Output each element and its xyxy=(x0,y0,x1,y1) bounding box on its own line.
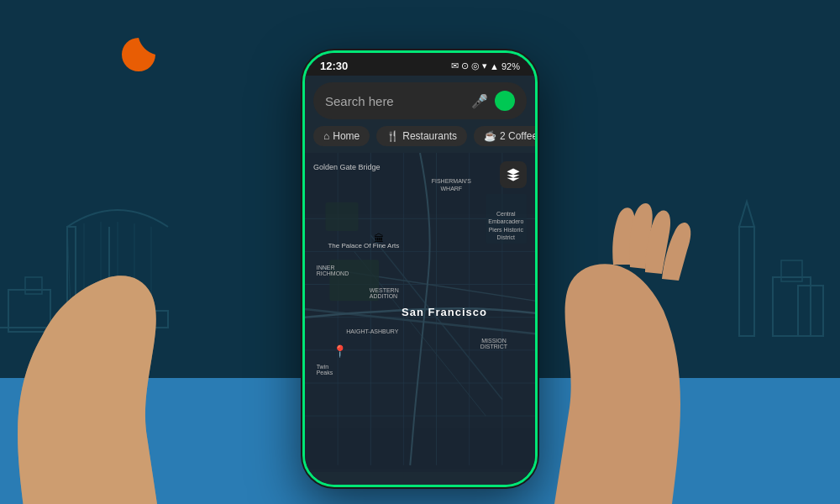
signal-icon: ▲ xyxy=(490,61,499,71)
chip-home[interactable]: ⌂ Home xyxy=(313,126,370,146)
museum-icon: 🏛 xyxy=(374,233,384,244)
coffee-icon: ☕ xyxy=(484,130,496,142)
chip-restaurants-label: Restaurants xyxy=(402,130,457,142)
svg-rect-2 xyxy=(739,227,754,336)
home-icon: ⌂ xyxy=(323,130,329,142)
fork-icon: 🍴 xyxy=(386,130,399,142)
moon-icon xyxy=(109,25,168,84)
map-view[interactable]: Golden Gate Bridge The Palace Of Fine Ar… xyxy=(305,153,535,472)
phone-body: 12:30 ✉ ⊙ ◎ ▾ ▲ 92% Search here 🎤 xyxy=(302,50,538,487)
search-placeholder: Search here xyxy=(325,94,465,108)
location-pin: 📍 xyxy=(333,344,347,358)
map-label-palace: The Palace Of Fine Arts xyxy=(328,242,399,250)
map-canvas: Golden Gate Bridge The Palace Of Fine Ar… xyxy=(305,153,535,472)
hand-left xyxy=(0,101,227,504)
svg-marker-3 xyxy=(739,202,754,227)
chip-restaurants[interactable]: 🍴 Restaurants xyxy=(376,126,467,146)
hand-right xyxy=(504,118,739,504)
battery-text: 92% xyxy=(501,61,520,71)
category-chips-row: ⌂ Home 🍴 Restaurants ☕ 2 Coffee 🍸 B... xyxy=(305,126,535,153)
vpn-icon: ◎ xyxy=(471,60,480,71)
search-bar[interactable]: Search here 🎤 xyxy=(313,82,527,119)
map-label-san-francisco: San Francisco xyxy=(402,306,487,318)
phone-device: 12:30 ✉ ⊙ ◎ ▾ ▲ 92% Search here 🎤 xyxy=(302,50,538,487)
wifi-icon: ▾ xyxy=(482,60,487,71)
map-label-golden-gate: Golden Gate Bridge xyxy=(313,163,381,171)
status-icons: ✉ ⊙ ◎ ▾ ▲ 92% xyxy=(451,60,520,71)
svg-rect-5 xyxy=(781,260,802,281)
map-label-western-addition: WESTERNADDITION xyxy=(370,287,399,299)
profile-avatar[interactable] xyxy=(495,91,515,111)
status-time: 12:30 xyxy=(320,60,348,72)
svg-rect-25 xyxy=(325,202,358,231)
email-icon: ✉ xyxy=(451,60,459,71)
map-label-haight: HAIGHT-ASHBURY xyxy=(346,328,398,334)
status-bar: 12:30 ✉ ⊙ ◎ ▾ ▲ 92% xyxy=(305,53,535,76)
mic-icon[interactable]: 🎤 xyxy=(471,93,488,109)
location-icon: ⊙ xyxy=(461,60,469,71)
map-label-inner-richmond: INNERRICHMOND xyxy=(317,265,349,276)
chip-home-label: Home xyxy=(333,130,360,142)
map-label-twin-peaks: TwinPeaks xyxy=(317,364,333,375)
phone-screen: 12:30 ✉ ⊙ ◎ ▾ ▲ 92% Search here 🎤 xyxy=(305,53,535,485)
map-label-fisherman: FISHERMAN'SWHARF xyxy=(432,178,471,192)
